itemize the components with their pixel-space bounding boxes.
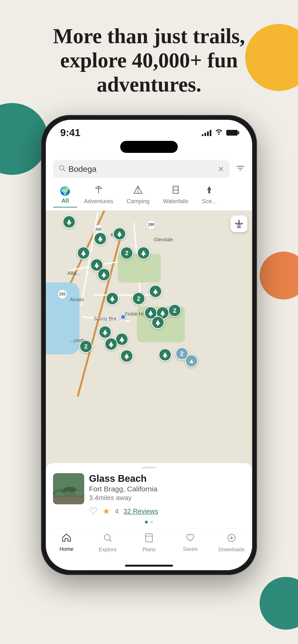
svg-rect-25: [119, 236, 120, 237]
rating-stars: ★: [102, 506, 110, 516]
map-area[interactable]: 200 299 255 Korb. Glendale Allia... Arca…: [46, 210, 252, 528]
svg-rect-31: [96, 267, 97, 268]
signal-icon: [202, 130, 211, 136]
svg-marker-42: [156, 320, 160, 324]
filter-button[interactable]: [236, 164, 245, 174]
status-time: 9:41: [60, 127, 80, 138]
svg-marker-38: [148, 310, 153, 314]
save-button[interactable]: ♡: [89, 506, 98, 517]
map-pin-12[interactable]: [152, 316, 164, 329]
dynamic-island: [120, 141, 178, 153]
location-button[interactable]: [231, 216, 247, 232]
map-pin-1[interactable]: [63, 216, 76, 228]
phone-mockup: 9:41: [41, 115, 257, 575]
map-pin-7[interactable]: [97, 268, 110, 281]
phone-body: 9:41: [41, 115, 257, 575]
tab-adventures[interactable]: Adventures: [77, 183, 120, 208]
category-tabs: 🌍 All Adventures Camping: [46, 180, 252, 210]
svg-marker-48: [109, 342, 113, 346]
phone-screen: 9:41: [46, 120, 252, 570]
svg-rect-21: [68, 224, 70, 225]
map-pin-13[interactable]: [99, 326, 112, 338]
svg-marker-52: [163, 352, 168, 356]
decorative-circle-orange: [260, 252, 298, 300]
svg-marker-32: [101, 272, 106, 276]
svg-marker-40: [160, 310, 165, 314]
explore-icon: [103, 533, 112, 544]
search-bar[interactable]: Bodega ✕: [53, 160, 230, 178]
map-pin-count-1[interactable]: 2: [120, 246, 133, 260]
svg-marker-24: [117, 231, 122, 236]
hero-line-2: explore 40,000+ fun: [60, 49, 238, 72]
card-location: Fort Bragg, California: [89, 485, 245, 493]
map-pin-2[interactable]: [94, 232, 107, 245]
search-clear-button[interactable]: ✕: [218, 165, 224, 173]
search-section: Bodega ✕: [46, 156, 252, 180]
svg-rect-41: [162, 314, 163, 316]
map-pin-15[interactable]: [105, 338, 117, 350]
nav-explore[interactable]: Explore: [87, 533, 128, 553]
svg-rect-53: [164, 356, 166, 358]
svg-marker-36: [110, 296, 115, 300]
map-pin-count-3[interactable]: 2: [168, 304, 181, 317]
svg-marker-18: [207, 186, 211, 190]
nav-saves[interactable]: Saves: [170, 533, 211, 553]
tab-all[interactable]: 🌍 All: [53, 184, 77, 208]
nav-explore-label: Explore: [99, 546, 117, 553]
svg-line-66: [109, 540, 111, 542]
svg-rect-43: [157, 324, 159, 326]
nav-plans[interactable]: Plans: [128, 533, 170, 553]
rating-value: 4: [115, 508, 119, 515]
home-indicator: [125, 565, 173, 566]
nav-downloads-label: Downloads: [219, 546, 245, 553]
svg-marker-46: [119, 336, 124, 341]
card-title: Glass Beach: [89, 473, 245, 484]
tab-camping[interactable]: Camping: [120, 183, 156, 208]
svg-rect-51: [126, 358, 127, 359]
nav-home-label: Home: [60, 546, 74, 552]
svg-marker-30: [94, 262, 99, 267]
wifi-icon: [215, 129, 223, 136]
card-image: [53, 473, 84, 504]
hero-line-1: More than just trails,: [53, 24, 245, 48]
map-pin-17[interactable]: [159, 348, 172, 361]
svg-line-1: [63, 170, 65, 171]
nav-plans-label: Plans: [142, 546, 156, 553]
user-location-dot: [120, 314, 126, 320]
map-pin-5[interactable]: [137, 246, 150, 260]
battery-icon: [226, 130, 238, 136]
map-pin-3[interactable]: [113, 227, 126, 240]
location-card: Glass Beach Fort Bragg, California 3.4mi…: [46, 463, 252, 528]
svg-rect-27: [83, 255, 84, 256]
tab-waterfalls[interactable]: Waterfalls: [156, 183, 195, 208]
bottom-navigation: Home Explore Plans: [46, 528, 252, 562]
svg-rect-29: [143, 255, 144, 256]
plans-icon: [145, 533, 153, 544]
all-icon: 🌍: [60, 186, 71, 196]
map-pin-9[interactable]: [106, 292, 119, 305]
svg-rect-35: [155, 293, 156, 294]
dot-2: [150, 520, 153, 524]
hero-line-3: adventures.: [97, 73, 201, 96]
map-pin-8[interactable]: [149, 285, 162, 298]
svg-rect-37: [112, 300, 113, 302]
tab-adventures-label: Adventures: [84, 198, 113, 204]
svg-rect-45: [104, 334, 106, 335]
search-input-value[interactable]: Bodega: [68, 164, 215, 174]
map-pin-16[interactable]: [120, 350, 133, 362]
nav-home[interactable]: Home: [46, 533, 87, 553]
camping-icon: [133, 185, 142, 196]
tab-scenic[interactable]: Sce...: [195, 183, 223, 208]
nav-downloads[interactable]: Downloads: [211, 533, 252, 553]
decorative-circle-teal: [0, 103, 48, 175]
card-distance: 3.4miles away: [89, 494, 245, 502]
map-pin-count-4[interactable]: 2: [79, 340, 92, 353]
map-pin-count-2[interactable]: 2: [132, 292, 145, 305]
reviews-link[interactable]: 32 Reviews: [123, 508, 158, 515]
map-pin-camp-2[interactable]: ▲: [185, 354, 198, 367]
svg-marker-28: [141, 250, 146, 255]
svg-marker-50: [124, 354, 129, 358]
map-pin-4[interactable]: [77, 246, 90, 260]
tab-camping-label: Camping: [126, 198, 150, 204]
card-handle: [142, 467, 156, 468]
